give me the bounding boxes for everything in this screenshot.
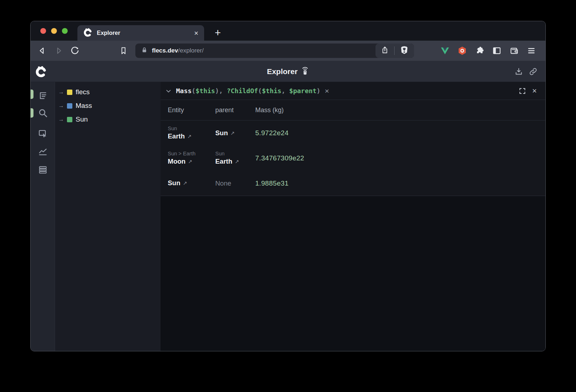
brave-shields-icon[interactable] xyxy=(400,45,409,56)
panel-empty-area xyxy=(161,196,545,351)
external-link-icon: ↗ xyxy=(230,130,235,137)
parent-none: None xyxy=(215,179,231,187)
hexagon-extension-icon[interactable] xyxy=(458,46,467,55)
sidebar-toggle-icon[interactable] xyxy=(492,46,501,55)
external-link-icon: ↗ xyxy=(187,133,192,140)
active-indicator xyxy=(31,108,33,118)
url-path: /explorer/ xyxy=(178,47,204,54)
table-header: Entity parent Mass (kg) xyxy=(161,100,545,120)
vue-devtools-icon[interactable] xyxy=(440,46,450,55)
new-tab-button[interactable]: + xyxy=(211,25,224,41)
memory-icon[interactable] xyxy=(38,165,48,175)
url-text: flecs.dev/explorer/ xyxy=(152,47,204,54)
page-title: Explorer xyxy=(267,67,297,76)
tree-item-sun[interactable]: → Sun xyxy=(55,113,161,126)
bookmark-icon[interactable] xyxy=(119,46,128,55)
entity-path: Sun > Earth xyxy=(168,150,215,157)
external-link-icon: ↗ xyxy=(183,180,187,187)
extension-icons xyxy=(440,46,536,55)
clear-query-icon[interactable]: × xyxy=(325,87,329,95)
url-domain: flecs.dev xyxy=(152,47,178,54)
page-title-group: Explorer xyxy=(267,61,309,82)
address-bar[interactable]: flecs.dev/explorer/ xyxy=(135,44,414,58)
mass-value: 1.9885e31 xyxy=(255,179,289,187)
app-header: Explorer xyxy=(31,61,545,82)
query-panel-actions: × xyxy=(519,87,545,95)
entity-tree-panel: → flecs → Mass → Sun xyxy=(55,82,161,351)
query-expression[interactable]: Mass($this), ?ChildOf($this, $parent) xyxy=(176,87,320,95)
entity-link[interactable]: Earth xyxy=(168,132,185,141)
link-icon[interactable] xyxy=(529,67,537,76)
tree-item-flecs[interactable]: → flecs xyxy=(55,85,161,99)
query-panel: Mass($this), ?ChildOf($this, $parent) × … xyxy=(161,82,545,351)
close-panel-icon[interactable]: × xyxy=(532,87,537,95)
desktop: Explorer × + flecs.dev/exp xyxy=(0,0,576,392)
divider xyxy=(394,46,395,55)
fullscreen-icon[interactable] xyxy=(519,88,526,94)
tree-item-label: Mass xyxy=(76,102,92,110)
entity-link[interactable]: Moon xyxy=(168,157,185,166)
tree-item-label: Sun xyxy=(76,115,88,123)
wallet-icon[interactable] xyxy=(509,46,519,55)
entity-color-swatch xyxy=(67,117,72,122)
back-button[interactable] xyxy=(38,46,46,55)
menu-icon[interactable] xyxy=(527,46,536,55)
tab-title: Explorer xyxy=(97,30,120,36)
close-window-button[interactable] xyxy=(40,28,46,34)
tab-strip: Explorer × + xyxy=(31,21,545,41)
tree-item-mass[interactable]: → Mass xyxy=(55,99,161,113)
search-icon[interactable] xyxy=(38,108,48,118)
parent-link[interactable]: Sun xyxy=(215,129,228,138)
entity-link[interactable]: Sun xyxy=(168,179,180,188)
tree-item-label: flecs xyxy=(76,88,90,96)
app-content: → flecs → Mass → Sun xyxy=(31,82,545,351)
parent-path: Sun xyxy=(215,150,255,157)
table-row: Sun↗ None 1.9885e31 xyxy=(161,171,545,196)
collapse-chevron-icon[interactable] xyxy=(165,88,172,94)
browser-toolbar: flecs.dev/explorer/ xyxy=(31,41,545,61)
tab-close-icon[interactable]: × xyxy=(194,29,198,37)
minimize-window-button[interactable] xyxy=(51,28,57,34)
flecs-favicon-icon xyxy=(83,28,93,38)
expand-arrow-icon[interactable]: → xyxy=(58,89,67,95)
icon-sidebar xyxy=(31,82,55,351)
remote-connection-icon[interactable] xyxy=(301,66,309,77)
tree-view-icon[interactable] xyxy=(38,91,48,101)
expand-arrow-icon[interactable]: → xyxy=(58,116,67,123)
active-indicator xyxy=(31,90,33,99)
browser-tab[interactable]: Explorer × xyxy=(77,25,204,41)
traffic-lights xyxy=(40,28,68,34)
module-color-swatch xyxy=(67,90,72,95)
component-color-swatch xyxy=(67,103,72,109)
query-bar: Mass($this), ?ChildOf($this, $parent) × … xyxy=(161,82,545,100)
mass-value: 7.34767309e22 xyxy=(255,154,304,162)
external-link-icon: ↗ xyxy=(235,158,239,165)
urlbar-actions xyxy=(375,44,414,58)
parent-link[interactable]: Earth xyxy=(215,157,232,166)
extensions-puzzle-icon[interactable] xyxy=(475,46,484,55)
external-link-icon: ↗ xyxy=(188,158,192,165)
table-row: Sun Earth↗ Sun↗ 5.9722e24 xyxy=(161,120,545,146)
entity-path: Sun xyxy=(168,125,215,132)
mass-value: 5.9722e24 xyxy=(255,129,289,137)
forward-button[interactable] xyxy=(54,46,63,55)
reload-button[interactable] xyxy=(71,46,79,55)
expand-arrow-icon[interactable]: → xyxy=(58,102,67,109)
lock-icon xyxy=(141,47,148,55)
share-icon[interactable] xyxy=(381,46,389,56)
header-actions xyxy=(514,61,537,82)
flecs-logo-icon xyxy=(35,65,47,78)
browser-window: Explorer × + flecs.dev/exp xyxy=(30,21,546,351)
column-header-parent[interactable]: parent xyxy=(215,106,255,114)
column-header-entity[interactable]: Entity xyxy=(161,106,215,114)
stats-chart-icon[interactable] xyxy=(38,146,48,156)
download-icon[interactable] xyxy=(514,67,523,76)
column-header-mass[interactable]: Mass (kg) xyxy=(255,106,545,114)
inspect-icon[interactable] xyxy=(38,128,48,138)
table-row: Sun > Earth Moon↗ Sun Earth↗ 7.34767309e… xyxy=(161,146,545,171)
fullscreen-window-button[interactable] xyxy=(62,28,68,34)
